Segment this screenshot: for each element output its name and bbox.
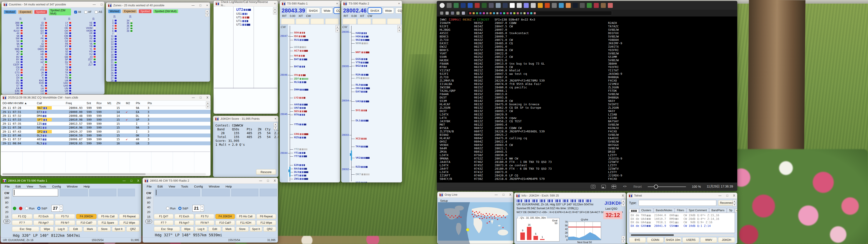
- bandmap-spot[interactable]: YT7: [290, 155, 307, 157]
- stack-slot[interactable]: [311, 19, 324, 25]
- mult-item[interactable]: VU: [77, 35, 102, 37]
- rit-xit-label[interactable]: 0.00: [351, 14, 357, 18]
- menu-item-tools[interactable]: Tools: [39, 185, 46, 188]
- mult-item[interactable]: 3W: [4, 24, 29, 27]
- fkey-f4ji3kdh[interactable]: F4 JI3KDH: [215, 214, 235, 219]
- bandmap-spot[interactable]: UN7: [290, 106, 306, 109]
- mult-item[interactable]: FK: [29, 37, 53, 40]
- bandmap-spot[interactable]: UC6: [290, 45, 306, 48]
- bandmap-spot[interactable]: YU1: [351, 181, 367, 183]
- fkey-f3tu[interactable]: F3 TU: [55, 214, 75, 219]
- info-titlebar[interactable]: Info - JI3KDH - Exch: 599 25 X: [514, 193, 626, 199]
- toolbar-icon-small[interactable]: [440, 11, 443, 15]
- stack-slot[interactable]: [387, 19, 401, 25]
- log-row[interactable]: 29-11 07:32DM428008.4859959914DL3: [1, 114, 211, 118]
- bandmap1-wide-button[interactable]: Wide: [321, 8, 333, 13]
- fkey-f1qrl[interactable]: F1 Qrl?: [154, 214, 174, 219]
- band-10[interactable]: 10: [145, 219, 152, 224]
- bandmap-spot[interactable]: RL9: [351, 83, 368, 86]
- menu-item-file[interactable]: File: [147, 185, 152, 188]
- fkey-logit[interactable]: Log It: [195, 226, 208, 232]
- zone-spinner[interactable]: 21▲▼: [192, 205, 204, 212]
- bandmap2-cq-button[interactable]: CQ: [395, 8, 402, 13]
- bandmap-spot[interactable]: OK7: [351, 173, 370, 176]
- bandmap2-shdx-button[interactable]: SH/DX: [368, 8, 381, 13]
- bandmap-spot[interactable]: ZD7: [290, 77, 308, 80]
- mult-item[interactable]: CN: [4, 66, 29, 69]
- terminal-input-strip[interactable]: [467, 11, 612, 16]
- mult-item[interactable]: 9M6: [4, 48, 29, 50]
- mult-item[interactable]: CE: [4, 61, 29, 63]
- fkey-f2exch[interactable]: F2 Exch: [175, 214, 194, 219]
- image-icon[interactable]: [601, 185, 606, 188]
- entry2-titlebar[interactable]: 28002.46 CW TS-590 Radio 2—□X: [143, 178, 278, 184]
- zone-spinner[interactable]: 27▲▼: [51, 205, 63, 212]
- mult-item[interactable]: I: [29, 63, 53, 66]
- checklog-entry[interactable]: US1: [236, 12, 254, 16]
- mult-item[interactable]: 4O: [4, 27, 29, 29]
- bandmap-spot[interactable]: YT5: [290, 123, 306, 126]
- toolbar-icon[interactable]: [552, 3, 557, 8]
- mult-item[interactable]: 9Q: [4, 50, 29, 53]
- rit-xit-label[interactable]: RIT: [282, 14, 287, 18]
- entry2-callsign-input[interactable]: [155, 189, 200, 196]
- mult-item[interactable]: 34: [123, 19, 138, 22]
- telnet-scrollbar[interactable]: ▲▼: [733, 200, 737, 207]
- fkey-f5hiscall[interactable]: F5 His Call: [236, 214, 255, 219]
- toolbar-icon-small[interactable]: [456, 11, 460, 15]
- telnet-spot[interactable]: DX de UA4 7018.1 OH1 CW 9dB Q:9+ Z:16: [631, 220, 733, 224]
- toolbar-icon[interactable]: [517, 3, 522, 8]
- mult-item[interactable]: EX: [29, 29, 53, 32]
- rit-xit-label[interactable]: XIT: [360, 14, 364, 18]
- mult-item[interactable]: GM/S: [29, 48, 53, 50]
- bandmap2-titlebar[interactable]: TS-590 Radio 2×: [341, 1, 402, 6]
- bandmap-spot[interactable]: ZM1: [290, 177, 308, 180]
- band-filter[interactable]: ✓All: [74, 10, 81, 13]
- rescore-button[interactable]: Rescore: [256, 169, 276, 175]
- mult-item[interactable]: 19: [107, 56, 123, 59]
- mult-item[interactable]: 1: [107, 19, 123, 22]
- toolbar-icon[interactable]: [482, 3, 487, 8]
- mult-item[interactable]: GM: [29, 45, 53, 48]
- mult-item[interactable]: T8: [53, 66, 78, 69]
- fkey-f9nr[interactable]: F9 Nr?: [195, 220, 215, 225]
- telnet-button-ji3kdh[interactable]: JI3KDH: [718, 237, 735, 243]
- telnet-titlebar[interactable]: Telnet —□X: [627, 193, 737, 199]
- fkey-f10call[interactable]: F10 Call?: [76, 220, 96, 225]
- band-160[interactable]: 160: [144, 195, 153, 200]
- bandmap-spot[interactable]: XC2: [351, 137, 366, 140]
- fkey-f6repeat[interactable]: F6 Repeat: [119, 214, 140, 219]
- menu-item-view[interactable]: View: [27, 185, 33, 188]
- grayline-titlebar[interactable]: Gray Line —□X: [437, 192, 513, 198]
- bandmap-spot[interactable]: DL9: [290, 171, 308, 173]
- log-row[interactable]: 29-11 08:04RL328028.6559959916UA3: [1, 142, 211, 145]
- fkey-edit[interactable]: Edit: [69, 226, 82, 232]
- fkey-store[interactable]: Store: [236, 226, 249, 232]
- log-col-header[interactable]: M2: [124, 101, 134, 105]
- mult-item[interactable]: SV: [53, 61, 78, 63]
- mult-item[interactable]: BV: [4, 56, 29, 58]
- mult-item[interactable]: HA: [29, 50, 53, 53]
- radio-icon[interactable]: [25, 207, 28, 210]
- bandmap-spot[interactable]: BG2: [351, 64, 367, 67]
- toolbar-icon[interactable]: [475, 3, 480, 8]
- menu-item-edit[interactable]: Edit: [16, 185, 21, 188]
- rit-xit-label[interactable]: RIT: [344, 14, 348, 18]
- mult-item[interactable]: K: [29, 77, 53, 79]
- toolbar-icon[interactable]: [440, 3, 445, 8]
- mult-item[interactable]: LX: [29, 92, 53, 94]
- mult-item[interactable]: 3B8: [4, 22, 29, 24]
- log-row[interactable]: 29-11 07:289A728004.93599599159A3: [1, 106, 211, 110]
- stack-slot[interactable]: [358, 19, 371, 25]
- mult-item[interactable]: V8: [53, 92, 78, 94]
- mult-item[interactable]: F: [29, 35, 53, 37]
- menu-item-config[interactable]: Config: [52, 185, 61, 188]
- zoom-slider[interactable]: [648, 186, 686, 187]
- bandmap-spot[interactable]: DL1: [351, 119, 368, 122]
- mult-item[interactable]: D4: [4, 77, 29, 79]
- telnet-spot[interactable]: DX de TK0 21044.0 OH0 CW 19dB Q:6*+ Z:15…: [631, 214, 733, 217]
- toolbar-icon[interactable]: [510, 3, 515, 8]
- bandmap-spot[interactable]: RZ5: [290, 136, 306, 139]
- bandmap-spot[interactable]: UT1: [290, 174, 306, 177]
- log-col-header[interactable]: DD-MM HH:MM ▲: [1, 101, 35, 105]
